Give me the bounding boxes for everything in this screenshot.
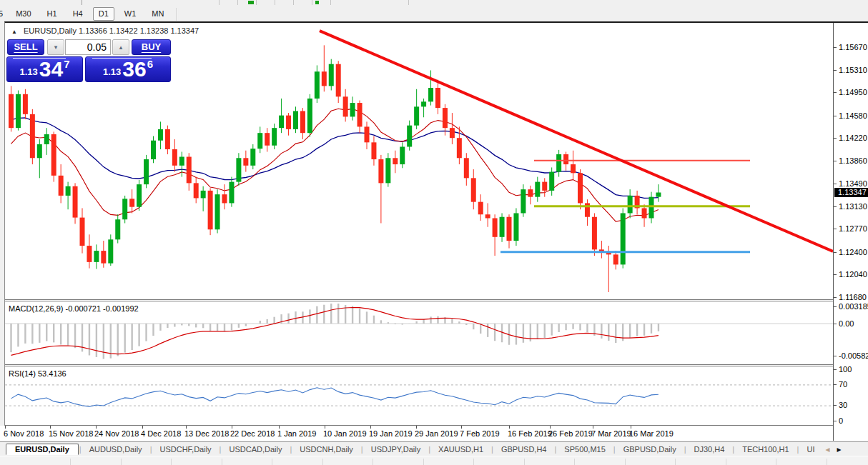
grid-separator xyxy=(473,459,474,465)
tf-w1[interactable]: W1 xyxy=(119,7,142,21)
candle-body xyxy=(556,154,561,172)
axis-tick xyxy=(834,161,837,161)
axis-tick xyxy=(834,274,837,275)
tab-dj30-h4[interactable]: DJ30,H4 xyxy=(687,444,732,454)
tab-gbpusd-h4[interactable]: GBPUSD,H4 xyxy=(494,444,554,454)
axis-tick xyxy=(834,206,837,207)
price-axis-label: 1.15670 xyxy=(839,43,867,51)
time-axis-label: 13 Dec 2018 xyxy=(184,429,229,438)
candle-body xyxy=(350,103,355,116)
price-axis-label: 1.12400 xyxy=(839,248,867,256)
candle-body xyxy=(172,149,177,166)
candle-body xyxy=(37,144,42,158)
toolbar-separator xyxy=(82,0,82,5)
candle-body xyxy=(393,158,398,164)
tab-eurusd-daily[interactable]: EURUSD,Daily xyxy=(6,444,79,455)
axis-tick xyxy=(834,384,837,385)
candle-body xyxy=(500,217,505,237)
rsi-value: 53.4136 xyxy=(38,369,66,378)
axis-tick xyxy=(834,369,837,370)
tab-gbpusd-daily[interactable]: GBPUSD,Daily xyxy=(616,444,684,454)
candle-body xyxy=(628,196,633,214)
tf-h4[interactable]: H4 xyxy=(67,7,89,21)
tab-ui[interactable]: UI xyxy=(799,444,822,454)
chart-tab-bar: EURUSD,Daily|AUDUSD,Daily|USDCHF,Daily|U… xyxy=(0,441,868,456)
candle-body xyxy=(357,103,363,126)
current-price-tag: 1.13347 xyxy=(834,188,868,197)
axis-tick xyxy=(370,426,371,429)
chart-icon-fragment xyxy=(315,1,319,4)
panel-separator[interactable] xyxy=(5,364,833,365)
candle-body xyxy=(16,94,21,128)
candle-body xyxy=(51,134,56,176)
tab-usdchf-daily[interactable]: USDCHF,Daily xyxy=(152,444,218,454)
axis-tick xyxy=(593,426,593,429)
panel-separator[interactable] xyxy=(5,299,833,300)
price-axis-label: 1.13130 xyxy=(839,202,867,211)
time-axis-label: 15 Nov 2018 xyxy=(49,429,93,438)
grid-separator xyxy=(524,459,525,465)
candle-body xyxy=(243,158,248,166)
tf-mn[interactable]: MN xyxy=(146,7,169,21)
time-axis-label: 16 Feb 2019 xyxy=(508,429,552,438)
tf-h1[interactable]: H1 xyxy=(41,7,63,21)
axis-tick xyxy=(834,92,837,93)
candle-body xyxy=(300,111,305,133)
candle-body xyxy=(80,218,85,246)
macd-name: MACD(12,26,9) xyxy=(9,304,63,313)
candle-body xyxy=(656,193,661,197)
timeframe-m15-cut[interactable]: 5 xyxy=(0,7,6,21)
candle-body xyxy=(435,88,440,108)
candle-body xyxy=(94,251,99,262)
price-chart[interactable] xyxy=(5,24,833,299)
time-axis[interactable]: 6 Nov 201815 Nov 201824 Nov 20184 Dec 20… xyxy=(0,426,833,441)
macd-signal-line xyxy=(11,308,659,356)
time-axis-label: 24 Nov 2018 xyxy=(94,429,139,438)
axis-tick xyxy=(834,116,837,116)
candle-body xyxy=(222,194,227,203)
candle-body xyxy=(343,96,348,116)
axis-tick xyxy=(834,405,837,406)
tab-usdcad-daily[interactable]: USDCAD,Daily xyxy=(222,444,289,454)
timeframe-buttons: M30H1H4D1W1MN xyxy=(8,9,172,18)
grid-separator xyxy=(171,459,172,465)
macd-axis-label: -0.005827 xyxy=(839,351,868,360)
candle-body xyxy=(329,64,334,86)
candle-body xyxy=(365,126,370,142)
rsi-panel[interactable] xyxy=(5,366,833,425)
candle-body xyxy=(642,208,647,218)
tab-usdjpy-daily[interactable]: USDJPY,Daily xyxy=(364,444,428,454)
tf-m30[interactable]: M30 xyxy=(10,7,36,21)
tabs-scroll-left-icon[interactable]: ◂ xyxy=(822,444,833,454)
grid-separator xyxy=(222,459,222,465)
tab-audusd-daily[interactable]: AUDUSD,Daily xyxy=(82,444,149,454)
time-axis-label: 7 Mar 2019 xyxy=(591,429,631,438)
axis-tick xyxy=(186,426,187,429)
candle-body xyxy=(400,146,405,164)
candle-body xyxy=(493,218,498,236)
time-axis-label: 4 Dec 2018 xyxy=(141,429,181,438)
price-axis-label: 1.13860 xyxy=(839,156,867,165)
grid-separator xyxy=(423,459,424,465)
grid-separator xyxy=(625,459,626,465)
candle-body xyxy=(101,251,106,264)
candle-body xyxy=(378,159,383,183)
candle-body xyxy=(187,157,192,184)
grid-separator xyxy=(272,459,272,465)
tab-sp500-m15[interactable]: SP500,M15 xyxy=(557,444,612,454)
axis-tick xyxy=(550,426,551,429)
toolbar-separator xyxy=(312,0,312,5)
tab-xauusd-h1[interactable]: XAUUSD,H1 xyxy=(431,444,490,454)
candle-body xyxy=(649,197,654,219)
price-axis[interactable]: 1.13347 1.156701.153101.149501.145801.14… xyxy=(833,23,868,441)
top-toolbar-strip xyxy=(0,0,868,6)
candle-body xyxy=(336,64,341,97)
axis-tick xyxy=(325,426,325,429)
tabs-scroll-right-icon[interactable]: ▸ xyxy=(833,444,844,454)
axis-tick xyxy=(834,138,837,139)
tab-tech100-h1[interactable]: TECH100,H1 xyxy=(735,444,796,454)
toolbar-divider xyxy=(177,8,177,21)
tf-d1[interactable]: D1 xyxy=(93,7,114,21)
tab-usdcnh-daily[interactable]: USDCNH,Daily xyxy=(292,444,360,454)
candle-body xyxy=(443,108,448,128)
